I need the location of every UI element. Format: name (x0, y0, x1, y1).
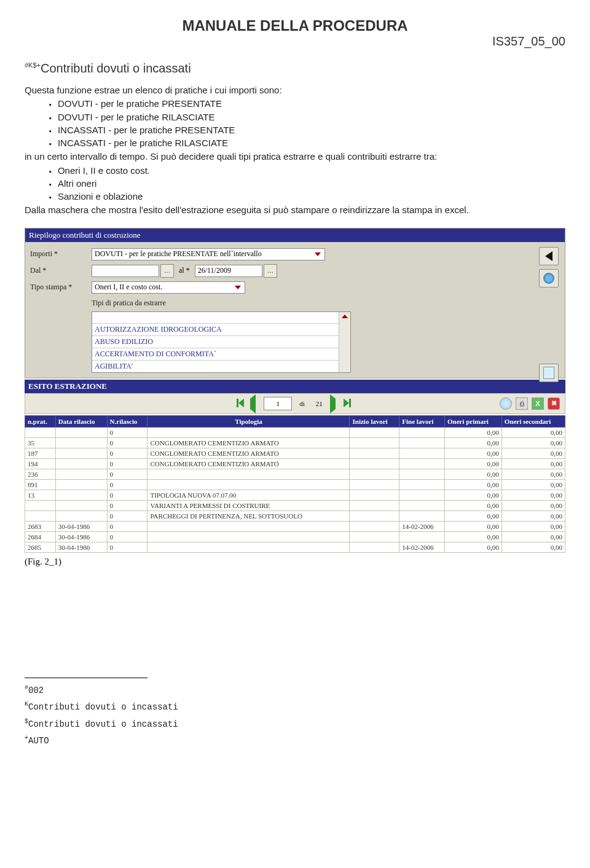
close-icon[interactable]: ✖ (548, 397, 560, 410)
table-cell (350, 490, 399, 500)
pager-prev-button[interactable] (250, 399, 260, 409)
table-cell: 0,00 (502, 479, 565, 490)
table-cell (55, 437, 107, 448)
table-row[interactable]: 350CONGLOMERATO CEMENTIZIO ARMATO0,000,0… (25, 437, 565, 448)
list-item[interactable]: AUTORIZZAZIONE IDROGEOLOGICA (92, 324, 339, 336)
listbox-scrollbar[interactable] (339, 312, 350, 372)
label-tipo-stampa: Tipo stampa * (30, 283, 92, 292)
label-dal: Dal * (30, 266, 92, 275)
table-row[interactable]: 268530-04-1986014-02-20060,000,00 (25, 542, 565, 552)
importi-value: DOVUTI - per le pratiche PRESENTATE nell… (95, 249, 262, 259)
search-icon[interactable] (500, 397, 512, 410)
table-cell: 0 (107, 521, 148, 531)
table-cell: 0 (107, 448, 148, 458)
table-cell (350, 469, 399, 479)
list-item[interactable]: ABUSO EDILIZIO (92, 336, 339, 348)
tipo-stampa-select[interactable]: Oneri I, II e costo cost. (92, 281, 245, 294)
table-cell (399, 510, 445, 521)
esito-title: ESITO ESTRAZIONE (25, 380, 565, 393)
table-cell: 0 (107, 469, 148, 479)
pager-page-input[interactable] (264, 397, 292, 410)
table-cell: 0,00 (502, 469, 565, 479)
table-cell: CONGLOMERATO CEMENTIZIO ARMATO (148, 437, 350, 448)
table-cell: 0,00 (502, 490, 565, 500)
table-cell: 0,00 (502, 531, 565, 542)
col-nrilascio: N.rilascio (107, 415, 148, 427)
table-cell (350, 479, 399, 490)
table-cell (350, 437, 399, 448)
table-cell: 0,00 (445, 479, 502, 490)
dal-date-picker[interactable]: … (160, 264, 174, 278)
table-cell: 0,00 (445, 469, 502, 479)
page-title: MANUALE DELLA PROCEDURA (25, 17, 565, 34)
table-row[interactable]: 1870CONGLOMERATO CEMENTIZIO ARMATO0,000,… (25, 448, 565, 458)
table-cell (399, 437, 445, 448)
bullet-item: Altri oneri (49, 178, 565, 190)
table-cell: 187 (25, 448, 56, 458)
al-date-picker[interactable]: … (264, 264, 277, 278)
table-row[interactable]: 89100,000,00 (25, 479, 565, 490)
table-cell (55, 510, 107, 521)
table-row[interactable]: 130TIPOLOGIA NUOVA 07.07.000,000,00 (25, 490, 565, 500)
table-cell (399, 490, 445, 500)
table-cell (55, 458, 107, 469)
table-cell (399, 479, 445, 490)
pager-total: 21 (316, 400, 323, 407)
intro-line-2: in un certo intervallo di tempo. Si può … (25, 151, 565, 163)
table-cell: 2683 (25, 521, 56, 531)
table-row[interactable]: 0VARIANTI A PERMESSI DI COSTRUIRE0,000,0… (25, 500, 565, 510)
col-oneri-primari: Oneri primari (445, 415, 502, 427)
table-cell: 0,00 (445, 521, 502, 531)
table-cell: 0 (107, 500, 148, 510)
table-cell: 236 (25, 469, 56, 479)
list-item[interactable]: AGIBILITA' (92, 361, 339, 372)
table-cell (25, 510, 56, 521)
label-al: al * (179, 266, 190, 275)
table-cell: 0 (107, 458, 148, 469)
chevron-down-icon (235, 286, 241, 289)
table-row[interactable]: 00,000,00 (25, 427, 565, 437)
tipo-stampa-value: Oneri I, II e costo cost. (95, 283, 162, 292)
tipi-pratica-listbox[interactable]: AUTORIZZAZIONE IDROGEOLOGICA ABUSO EDILI… (92, 311, 351, 373)
table-cell: 14-02-2006 (399, 521, 445, 531)
table-cell (55, 490, 107, 500)
al-input[interactable] (195, 265, 262, 277)
heading-prefix: #K$+ (25, 61, 41, 69)
table-cell: 2685 (25, 542, 56, 552)
table-cell (350, 542, 399, 552)
dal-input[interactable] (92, 265, 159, 277)
table-row[interactable]: 0PARCHEGGI DI PERTINENZA, NEL SOTTOSUOLO… (25, 510, 565, 521)
footnote-text: Contributi dovuti o incassati (28, 702, 178, 712)
table-cell: 30-04-1986 (55, 542, 107, 552)
table-cell: 0,00 (502, 542, 565, 552)
heading-text: Contributi dovuti o incassati (41, 61, 191, 75)
col-nprat: n.prat. (25, 415, 56, 427)
settings-button[interactable] (539, 269, 559, 287)
pager-next-button[interactable] (330, 399, 340, 409)
col-data-rilascio: Data rilascio (55, 415, 107, 427)
table-cell: 35 (25, 437, 56, 448)
pager-of-label: di (299, 400, 305, 407)
excel-icon[interactable]: X (532, 397, 544, 410)
table-cell: 0,00 (445, 500, 502, 510)
table-cell: 0,00 (445, 531, 502, 542)
table-row[interactable]: 268430-04-198600,000,00 (25, 531, 565, 542)
importi-select[interactable]: DOVUTI - per le pratiche PRESENTATE nell… (92, 248, 325, 260)
document-icon (543, 367, 554, 379)
back-button[interactable] (539, 247, 559, 265)
label-importi: Importi * (30, 249, 92, 259)
table-cell: 0,00 (502, 458, 565, 469)
table-row[interactable]: 268330-04-1986014-02-20060,000,00 (25, 521, 565, 531)
pager-last-button[interactable] (344, 399, 353, 409)
table-cell (350, 448, 399, 458)
document-button[interactable] (539, 364, 559, 382)
table-row[interactable]: 1940CONGLOMERATO CEMENTIZIO ARMATO0,000,… (25, 458, 565, 469)
pager-first-button[interactable] (237, 399, 246, 409)
table-row[interactable]: 23600,000,00 (25, 469, 565, 479)
arrow-left-icon (545, 251, 553, 261)
table-cell (55, 500, 107, 510)
list-item[interactable]: ACCERTAMENTO DI CONFORMITA` (92, 348, 339, 361)
table-cell: 14-02-2006 (399, 542, 445, 552)
print-icon[interactable]: ⎙ (516, 397, 528, 410)
bullet-list-1: DOVUTI - per le pratiche PRESENTATE DOVU… (25, 98, 565, 149)
